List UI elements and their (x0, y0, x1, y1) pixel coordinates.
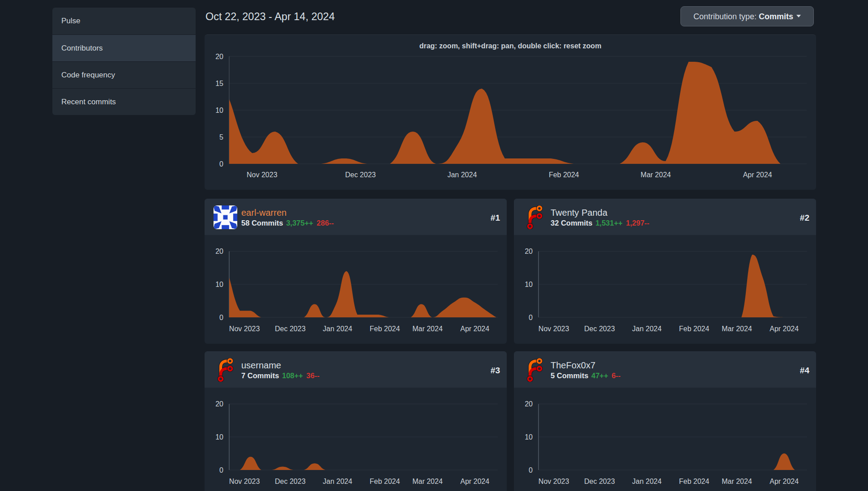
svg-text:Jan 2024: Jan 2024 (447, 171, 477, 179)
svg-text:Apr 2024: Apr 2024 (743, 171, 772, 179)
svg-text:10: 10 (215, 107, 223, 114)
svg-text:20: 20 (215, 248, 223, 255)
svg-text:Jan 2024: Jan 2024 (632, 478, 662, 485)
svg-text:Apr 2024: Apr 2024 (770, 325, 799, 333)
svg-text:5: 5 (219, 133, 223, 141)
svg-text:Dec 2023: Dec 2023 (584, 325, 615, 333)
svg-text:Dec 2023: Dec 2023 (345, 171, 376, 179)
svg-text:Mar 2024: Mar 2024 (412, 325, 443, 333)
svg-text:drag: zoom, shift+drag: pan, d: drag: zoom, shift+drag: pan, double clic… (419, 42, 602, 50)
svg-text:15: 15 (215, 80, 223, 87)
svg-text:Mar 2024: Mar 2024 (641, 171, 671, 179)
svg-text:Apr 2024: Apr 2024 (460, 478, 489, 485)
svg-text:10: 10 (215, 281, 223, 288)
svg-text:Nov 2023: Nov 2023 (229, 325, 260, 333)
svg-text:Nov 2023: Nov 2023 (247, 171, 278, 179)
svg-text:10: 10 (215, 433, 223, 441)
svg-text:Mar 2024: Mar 2024 (722, 325, 752, 333)
svg-text:0: 0 (529, 466, 533, 474)
svg-text:Feb 2024: Feb 2024 (370, 325, 400, 333)
svg-text:Nov 2023: Nov 2023 (539, 478, 569, 485)
svg-text:20: 20 (525, 400, 533, 408)
svg-text:10: 10 (525, 433, 533, 441)
svg-text:Dec 2023: Dec 2023 (275, 325, 306, 333)
svg-text:Feb 2024: Feb 2024 (679, 478, 710, 485)
svg-text:Feb 2024: Feb 2024 (549, 171, 579, 179)
svg-text:0: 0 (219, 466, 223, 474)
svg-text:20: 20 (215, 53, 223, 60)
svg-text:Apr 2024: Apr 2024 (770, 478, 799, 485)
svg-text:Nov 2023: Nov 2023 (539, 325, 569, 333)
svg-text:Apr 2024: Apr 2024 (460, 325, 489, 333)
svg-text:Dec 2023: Dec 2023 (584, 478, 615, 485)
svg-text:Mar 2024: Mar 2024 (722, 478, 752, 485)
svg-text:Jan 2024: Jan 2024 (632, 325, 662, 333)
svg-text:Dec 2023: Dec 2023 (275, 478, 306, 485)
svg-text:Mar 2024: Mar 2024 (412, 478, 443, 485)
svg-text:Feb 2024: Feb 2024 (370, 478, 400, 485)
svg-text:Feb 2024: Feb 2024 (679, 325, 710, 333)
svg-text:0: 0 (219, 160, 223, 168)
svg-text:0: 0 (529, 314, 533, 321)
svg-text:10: 10 (525, 281, 533, 288)
svg-text:20: 20 (215, 400, 223, 408)
svg-text:Jan 2024: Jan 2024 (323, 325, 352, 333)
svg-text:Jan 2024: Jan 2024 (323, 478, 352, 485)
svg-text:Nov 2023: Nov 2023 (229, 478, 260, 485)
svg-text:0: 0 (219, 314, 223, 321)
svg-text:20: 20 (525, 248, 533, 255)
